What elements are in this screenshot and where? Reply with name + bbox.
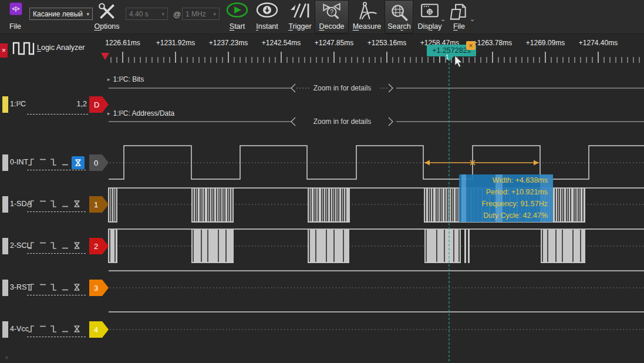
decode-button[interactable]: Decode <box>316 22 348 31</box>
decode-row-bits[interactable]: ▸1:I²C: Bits <box>107 75 144 83</box>
dropdown-caret-icon: ▾ <box>210 11 216 17</box>
channel-color-bar <box>2 280 8 296</box>
svg-text:?: ? <box>330 9 333 15</box>
measurement-tooltip: Width: +4.638ms Period: +10.921ms Freque… <box>459 174 553 222</box>
instant-icon[interactable] <box>255 2 279 18</box>
ruler-time-label: 1226.61ms <box>105 39 140 47</box>
file-menu-label[interactable]: File <box>6 22 24 31</box>
channel-color-bar <box>2 96 8 113</box>
options-button[interactable]: Options <box>91 22 123 31</box>
toolbar: <|> File Касание левый ▾ Options 4.40 s … <box>0 0 644 34</box>
mode-select-value: Касание левый <box>33 10 83 18</box>
channel-underline <box>27 114 88 115</box>
channel-underline <box>27 170 86 170</box>
channel-color-bar <box>2 238 8 254</box>
channel-underline <box>27 337 86 337</box>
low-level-trigger-icon[interactable] <box>60 283 70 293</box>
rising-edge-trigger-icon[interactable] <box>27 199 37 209</box>
trigger-position-marker <box>101 53 109 60</box>
measure-button[interactable]: Measure <box>350 22 384 31</box>
at-symbol: @ <box>173 10 181 19</box>
trigger-icon[interactable] <box>286 2 312 19</box>
tooltip-frequency-value: Frequency: 91.57Hz <box>459 198 553 210</box>
low-level-trigger-icon[interactable] <box>60 324 70 334</box>
scroll-hint: + <box>5 354 9 362</box>
both-edges-trigger-icon[interactable] <box>72 324 82 334</box>
search-icon[interactable] <box>389 4 410 21</box>
display-button[interactable]: Display <box>414 22 445 31</box>
mouse-cursor <box>454 55 463 68</box>
measure-icon[interactable] <box>355 1 379 21</box>
sample-rate-value: 1 MHz <box>186 10 206 18</box>
high-level-trigger-icon[interactable] <box>38 324 48 334</box>
options-tools-icon[interactable] <box>97 2 117 21</box>
low-level-trigger-icon[interactable] <box>60 199 70 209</box>
trigger-button[interactable]: Trigger <box>286 22 314 31</box>
logic-analyzer-app: <|> File Касание левый ▾ Options 4.40 s … <box>0 0 644 363</box>
cursor-close-button[interactable]: ✕ <box>466 41 476 50</box>
channel-underline <box>27 211 86 212</box>
channel-underline <box>27 253 86 254</box>
high-level-trigger-icon[interactable] <box>38 157 48 167</box>
ruler-time-label: +1237.23ms <box>209 39 248 47</box>
rising-edge-trigger-icon[interactable] <box>27 157 37 167</box>
ruler-time-label: +1231.92ms <box>156 39 195 47</box>
decode-row-address-data-label: 1:I²C: Address/Data <box>113 109 175 117</box>
zoom-hint-address-data: Zoom in for details <box>310 117 375 126</box>
channel-underline <box>27 295 86 295</box>
rising-edge-trigger-icon[interactable] <box>27 283 37 293</box>
rising-edge-trigger-icon[interactable] <box>27 324 37 334</box>
duration-select: 4.40 s ▾ <box>126 8 168 20</box>
channel-color-bar <box>2 321 8 338</box>
high-level-trigger-icon[interactable] <box>38 241 48 251</box>
dropdown-caret-icon: ▾ <box>159 11 164 17</box>
decode-icon[interactable]: ? <box>321 2 342 21</box>
decode-row-bits-label: 1:I²C: Bits <box>113 75 144 83</box>
falling-edge-trigger-icon[interactable] <box>49 324 59 334</box>
instant-button[interactable]: Instant <box>254 22 281 31</box>
file-toolbar-button[interactable]: File <box>449 22 469 31</box>
zoom-hint-bits: Zoom in for details <box>310 84 375 92</box>
tooltip-dutycycle-value: Duty Cycle: 42.47% <box>459 210 553 221</box>
file-type-icon[interactable]: <|> <box>9 2 22 15</box>
sample-rate-select: 1 MHz ▾ <box>182 8 220 20</box>
falling-edge-trigger-icon[interactable] <box>49 157 59 167</box>
channel-name: 0-INT <box>10 158 28 166</box>
start-icon[interactable] <box>225 2 249 18</box>
channel-name: 1:I²C <box>10 100 26 108</box>
low-level-trigger-icon[interactable] <box>60 157 70 167</box>
ruler-time-label: +1242.54ms <box>262 39 301 47</box>
ruler-time-label: +1253.16ms <box>367 39 406 47</box>
both-edges-trigger-icon[interactable] <box>72 283 82 293</box>
ruler-time-label: +1269.09ms <box>526 39 565 47</box>
file-export-icon[interactable] <box>449 2 469 21</box>
falling-edge-trigger-icon[interactable] <box>49 241 59 251</box>
tooltip-width-value: Width: +4.638ms <box>459 174 553 186</box>
ruler-time-label: +1247.85ms <box>315 39 353 47</box>
search-button[interactable]: Search <box>385 22 413 31</box>
cursor-number: 1 <box>446 54 449 60</box>
both-edges-trigger-icon[interactable] <box>72 156 85 169</box>
file-menu-chevron-icon[interactable]: ⌄ <box>470 15 475 23</box>
high-level-trigger-icon[interactable] <box>38 199 48 209</box>
falling-edge-trigger-icon[interactable] <box>49 199 59 209</box>
channel-name: 4-Vcc <box>10 325 29 333</box>
low-level-trigger-icon[interactable] <box>60 241 70 251</box>
mode-select[interactable]: Касание левый ▾ <box>29 8 93 20</box>
high-level-trigger-icon[interactable] <box>38 283 48 293</box>
expand-triangle-icon[interactable]: ▸ <box>107 76 110 82</box>
both-edges-trigger-icon[interactable] <box>72 199 82 209</box>
channel-pins: 1,2 <box>69 100 87 108</box>
expand-triangle-icon[interactable]: ▸ <box>107 110 110 116</box>
channel-color-bar <box>2 196 8 213</box>
channel-color-bar <box>2 154 8 171</box>
rising-edge-trigger-icon[interactable] <box>27 241 37 251</box>
duration-select-value: 4.40 s <box>129 10 149 18</box>
start-button[interactable]: Start <box>225 22 249 31</box>
ruler-time-label: +1263.78ms <box>473 39 512 47</box>
ruler-time-label: +1274.40ms <box>579 39 618 47</box>
both-edges-trigger-icon[interactable] <box>72 241 82 251</box>
decode-row-address-data[interactable]: ▸1:I²C: Address/Data <box>107 109 174 117</box>
falling-edge-trigger-icon[interactable] <box>49 283 59 293</box>
display-icon[interactable] <box>419 2 440 20</box>
